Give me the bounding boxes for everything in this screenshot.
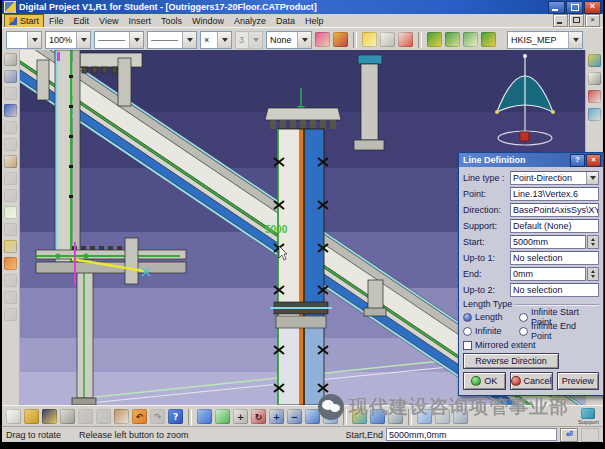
iso-cube-icon[interactable] [352,409,367,424]
wireframe-workbench-icon[interactable] [588,108,601,121]
support-field[interactable]: Default (None) [510,219,599,233]
menu-item-analyze[interactable]: Analyze [229,15,271,27]
pan-icon[interactable]: + [233,409,248,424]
new-catalog-icon[interactable] [362,32,377,47]
paintbrush-icon[interactable] [315,32,330,47]
menu-item-data[interactable]: Data [271,15,300,27]
prompt-input[interactable]: 5000mm,0mm [386,428,557,441]
workbench-combo[interactable]: HKIS_MEP [507,31,583,49]
user-support-button[interactable]: Support [578,408,599,425]
menu-item-window[interactable]: Window [187,15,229,27]
upto2-field[interactable]: No selection [510,283,599,297]
redo-icon[interactable]: ↷ [150,409,165,424]
eraser-icon[interactable] [4,155,17,168]
open-folder-icon[interactable] [24,409,39,424]
save-in-catalog-icon[interactable] [463,32,478,47]
zoom-out-icon[interactable]: − [287,409,302,424]
end-field[interactable]: 0mm [510,267,586,281]
render-style-combo[interactable]: None [266,31,312,49]
pen-tool-icon[interactable] [333,32,348,47]
shape-tool-icon[interactable] [4,274,17,287]
rotate-icon[interactable]: ↻ [251,409,266,424]
mdi-minimize-button[interactable] [553,14,568,27]
line-type-combo[interactable]: ——— [94,31,144,49]
infinite-radio[interactable] [463,327,472,336]
start-field[interactable]: 5000mm [510,235,586,249]
undo-icon[interactable]: ↶ [132,409,147,424]
help-icon[interactable]: ? [168,409,183,424]
sheet-icon[interactable] [380,32,395,47]
cancel-button[interactable]: Cancel [510,372,553,390]
point-field[interactable]: Line.13\Vertex.6 [510,187,599,201]
shaded-view-icon[interactable] [370,409,385,424]
frame-tool-icon[interactable] [4,87,17,100]
loft-tool-icon[interactable] [4,223,17,236]
swap-visible-space-icon[interactable] [435,409,450,424]
line-type-combo[interactable]: Point-Direction [510,171,599,185]
menu-item-edit[interactable]: Edit [69,15,95,27]
fly-mode-icon[interactable] [197,409,212,424]
menu-item-insert[interactable]: Insert [123,15,156,27]
restore-button[interactable] [566,1,583,14]
iso-view-icon[interactable] [588,54,601,67]
close-button[interactable]: × [584,1,601,14]
sketcher-icon[interactable] [588,90,601,103]
upto1-field[interactable]: No selection [510,251,599,265]
save-icon[interactable] [42,409,57,424]
mirrored-extent-checkbox[interactable] [463,341,472,350]
catalog-browser-icon[interactable] [481,32,496,47]
panel-tool-icon[interactable] [4,121,17,134]
sweep-tool-icon[interactable] [4,189,17,202]
menu-item-view[interactable]: View [94,15,123,27]
instantiate-from-selection-icon[interactable] [445,32,460,47]
ok-button[interactable]: OK [463,372,506,390]
plane-tool-icon[interactable] [4,138,17,151]
normal-view-icon[interactable] [305,409,320,424]
start-spinner[interactable] [587,235,599,249]
cut-icon[interactable] [78,409,93,424]
pointer-icon[interactable] [588,72,601,85]
fit-all-in-icon[interactable] [215,409,230,424]
dialog-close-button[interactable]: × [586,154,601,167]
menu-item-tools[interactable]: Tools [156,15,187,27]
minimize-button[interactable] [548,1,565,14]
graphic-color-combo[interactable] [6,31,42,49]
surface-tool-icon[interactable] [4,172,17,185]
menu-item-file[interactable]: File [44,15,69,27]
infinite-start-radio[interactable] [519,313,528,322]
dialog-help-button[interactable]: ? [570,154,585,167]
copy-sheets-icon[interactable] [4,53,17,66]
prompt-commit-button[interactable]: ⏎ [560,428,578,442]
print-icon[interactable] [60,409,75,424]
menu-item-start[interactable]: Start [4,14,44,28]
coins-icon[interactable] [4,240,17,253]
opacity-combo[interactable]: 100% [45,31,91,49]
zoom-in-icon[interactable]: + [269,409,284,424]
infinite-end-radio[interactable] [519,327,528,336]
trim-tool-icon[interactable] [4,308,17,321]
grid-icon[interactable] [453,409,468,424]
apply-material-icon[interactable] [4,70,17,83]
split-tool-icon[interactable] [4,291,17,304]
preview-button[interactable]: Preview [557,372,600,390]
mdi-close-button[interactable]: × [585,14,600,27]
new-document-icon[interactable] [6,409,21,424]
combo-arrow-icon[interactable] [586,172,598,184]
mdi-restore-button[interactable] [569,14,584,27]
direction-field[interactable]: BasePointAxisSys\XY Plan [510,203,599,217]
prompt-extra-button[interactable] [581,428,599,442]
sheet-delete-icon[interactable] [398,32,413,47]
paste-icon[interactable] [114,409,129,424]
explode-icon[interactable] [4,257,17,270]
reverse-direction-button[interactable]: Reverse Direction [463,353,559,369]
line-width-combo[interactable]: 3 [235,31,263,49]
copy-icon[interactable] [96,409,111,424]
end-spinner[interactable] [587,267,599,281]
measure-icon[interactable] [4,104,17,117]
instantiate-from-document-icon[interactable] [427,32,442,47]
point-symbol-combo[interactable]: × [200,31,232,49]
wireframe-view-icon[interactable] [388,409,403,424]
multi-view-icon[interactable] [323,409,338,424]
menu-item-help[interactable]: Help [300,15,329,27]
line-weight-combo[interactable]: ——— [147,31,197,49]
